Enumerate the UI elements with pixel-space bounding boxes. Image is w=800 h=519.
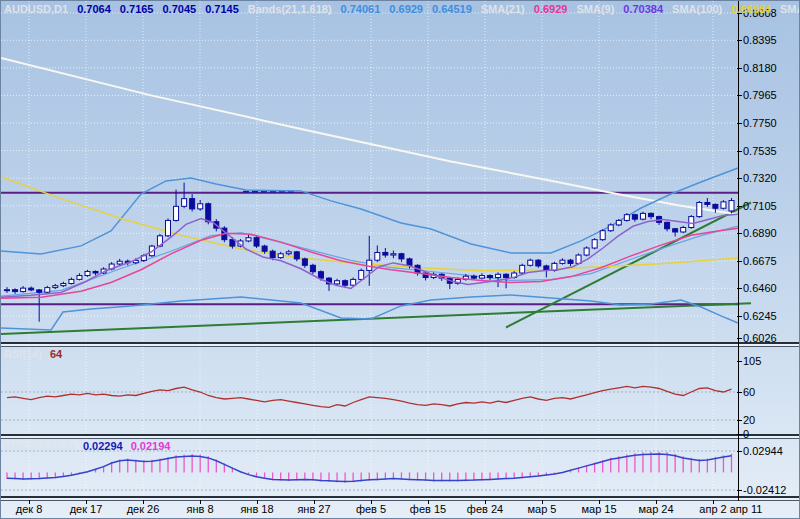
rsi-line: [7, 386, 732, 407]
candle-body: [673, 229, 678, 232]
date-axis-label: фев 15: [410, 503, 446, 515]
sma21-label: SMA(21): [481, 3, 525, 15]
candle-body: [616, 220, 621, 224]
candle-body: [61, 284, 66, 286]
candle-body: [302, 259, 307, 265]
date-axis-label: мар 5: [528, 503, 557, 515]
candle-body: [53, 286, 58, 288]
bands-indicator-label: Bands(21,1.618): [248, 3, 332, 15]
date-axis-label: янв 8: [186, 503, 213, 515]
candle-body: [528, 260, 533, 265]
candle-body: [383, 252, 388, 255]
candle-body: [391, 254, 396, 255]
candle-body: [174, 206, 179, 220]
date-axis-label: фев 5: [356, 503, 386, 515]
date-axis-label: мар 15: [581, 503, 616, 515]
candle-body: [375, 252, 380, 260]
sma100-label: SMA(100): [672, 3, 722, 15]
bands-upper-value: 0.74061: [341, 3, 381, 15]
chart-header: AUDUSD,D1 0.7064 0.7165 0.7045 0.7145 Ba…: [4, 3, 800, 15]
close-value: 0.7145: [205, 3, 239, 15]
date-axis-label: дек 8: [16, 503, 43, 515]
trading-terminal-window: AUDUSD,D1 0.7064 0.7165 0.7045 0.7145 Ba…: [0, 0, 800, 519]
candle-body: [488, 276, 493, 278]
macd-signal-value: 0.02194: [131, 440, 171, 452]
rsi-indicator-chart[interactable]: [1, 347, 800, 434]
candle-body: [85, 271, 90, 275]
candle-body: [278, 254, 283, 258]
candle-body: [69, 279, 74, 283]
candle-body: [45, 288, 50, 293]
candle-body: [254, 238, 259, 246]
candle-body: [13, 290, 18, 292]
candle-body: [270, 251, 275, 257]
candle-body: [343, 281, 348, 285]
macd-indicator-label: MACD(5,26,5): [4, 440, 75, 452]
candle-body: [230, 240, 235, 246]
candle-body: [568, 260, 573, 263]
sma21-value: 0.6929: [534, 3, 568, 15]
sma9-label: SMA(9): [576, 3, 614, 15]
candle-body: [471, 276, 476, 278]
candle-body: [29, 288, 34, 290]
candle-body: [182, 199, 187, 207]
panel-separator[interactable]: [1, 496, 800, 501]
candle-body: [399, 254, 404, 259]
sma9-value: 0.70384: [623, 3, 663, 15]
candle-body: [520, 265, 525, 273]
candle-body: [407, 259, 412, 265]
candle-body: [584, 248, 589, 255]
date-axis-label: дек 17: [70, 503, 103, 515]
rsi-indicator-label: RSI(14): [4, 348, 42, 360]
sma100-value: 0.66984: [731, 3, 771, 15]
candle-body: [206, 204, 211, 222]
candle-body: [608, 225, 613, 231]
date-axis-label: апр 2: [699, 503, 726, 515]
open-value: 0.7064: [77, 3, 111, 15]
sma200-line: [1, 58, 738, 215]
bands-middle-value: 0.6929: [389, 3, 423, 15]
main-price-chart[interactable]: [1, 1, 800, 342]
candle-body: [198, 204, 203, 209]
candle-body: [21, 288, 26, 291]
candle-body: [721, 202, 726, 208]
candle-body: [560, 260, 565, 263]
candle-body: [93, 271, 98, 273]
candle-body: [335, 281, 340, 284]
candle-body: [632, 215, 637, 219]
candle-body: [697, 202, 702, 216]
rsi-panel-label: RSI(14) 64: [4, 348, 62, 360]
date-axis-label: апр 11: [730, 503, 763, 515]
candle-body: [592, 240, 597, 248]
candle-body: [351, 279, 356, 285]
candle-body: [310, 265, 315, 271]
high-value: 0.7165: [120, 3, 154, 15]
candle-body: [681, 227, 686, 231]
rsi-current-value: 64: [50, 348, 62, 360]
candle-body: [479, 276, 484, 279]
candle-body: [705, 202, 710, 204]
low-value: 0.7045: [163, 3, 197, 15]
macd-main-value: 0.02294: [83, 440, 123, 452]
candle-body: [190, 199, 195, 209]
candle-body: [5, 290, 10, 291]
candle-body: [246, 238, 251, 241]
symbol-period-label: AUDUSD,D1: [4, 3, 68, 15]
macd-panel-label: MACD(5,26,5) 0.02294 0.02194: [4, 440, 170, 452]
bands-lower-value: 0.64519: [432, 3, 472, 15]
sma200-label: SMA(200): [780, 3, 800, 15]
candle-body: [536, 260, 541, 266]
candle-body: [600, 231, 605, 240]
candle-body: [713, 204, 718, 208]
candle-body: [166, 220, 171, 235]
candle-body: [729, 201, 734, 211]
price-axis-line: [738, 1, 739, 501]
candle-body: [77, 276, 82, 280]
candle-body: [359, 270, 364, 279]
candle-body: [37, 290, 42, 292]
date-axis-label: дек 26: [127, 503, 160, 515]
candle-body: [689, 217, 694, 228]
date-axis-label: фев 24: [467, 503, 503, 515]
candle-body: [665, 222, 670, 228]
date-axis-label: янв 27: [297, 503, 330, 515]
